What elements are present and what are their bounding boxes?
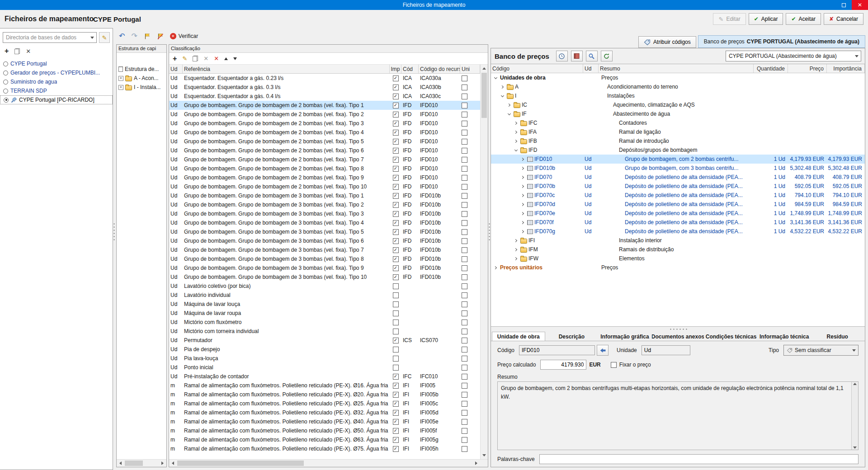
checkbox[interactable]: ✓ xyxy=(393,274,399,280)
classificacao-row[interactable]: UdEsquentador. Esquentador a gás. 0.23 l… xyxy=(169,74,480,83)
checkbox[interactable] xyxy=(462,121,467,127)
add-database-icon[interactable]: + xyxy=(5,47,9,55)
update-prices-button[interactable] xyxy=(556,51,568,61)
edit-directory-button[interactable]: ✎ xyxy=(99,32,110,43)
classificacao-row[interactable]: mRamal de alimentação com fluxómetros. P… xyxy=(169,435,480,444)
col-uni[interactable]: Uni xyxy=(460,65,480,73)
classificacao-row[interactable]: UdGrupo de bombagem. Grupo de bombagem d… xyxy=(169,236,480,245)
checkbox[interactable]: ✓ xyxy=(393,374,399,380)
expand-icon[interactable] xyxy=(519,212,526,215)
checkbox[interactable] xyxy=(462,320,467,325)
database-list-item[interactable]: CYPE Portugal xyxy=(0,59,113,68)
col-ud[interactable]: Ud xyxy=(583,64,599,73)
checkbox[interactable] xyxy=(393,310,399,316)
add-row-icon[interactable]: + xyxy=(173,55,177,62)
preco-calculado-input[interactable] xyxy=(540,360,586,370)
tab-condi-es-t-cnicas[interactable]: Condições técnicas xyxy=(704,332,758,341)
banco-row[interactable]: IFDDepósitos/grupos de bombagem xyxy=(491,146,865,155)
checkbox[interactable] xyxy=(393,301,399,307)
checkbox[interactable] xyxy=(462,112,467,118)
classificacao-row[interactable]: UdGrupo de bombagem. Grupo de bombagem d… xyxy=(169,273,480,282)
classificacao-row[interactable]: UdMictório com torneira individual xyxy=(169,327,480,336)
checkbox[interactable]: ✓ xyxy=(393,193,399,199)
banco-row[interactable]: IFD010UdGrupo de bombagem, com 2 bombas … xyxy=(491,155,865,164)
banco-row[interactable]: IFD070cUdDepósito de polietileno de alta… xyxy=(491,191,865,200)
col-resumo[interactable]: Resumo xyxy=(599,64,754,73)
checkbox[interactable]: ✓ xyxy=(393,437,399,443)
remove-flag-icon[interactable] xyxy=(157,33,164,40)
expand-icon[interactable] xyxy=(519,167,526,169)
classificacao-row[interactable]: UdGrupo de bombagem. Grupo de bombagem d… xyxy=(169,263,480,273)
expand-icon[interactable] xyxy=(506,104,512,106)
banco-row[interactable]: IFAbastecimento de água xyxy=(491,109,865,118)
checkbox[interactable] xyxy=(462,292,467,298)
banco-row[interactable]: Preços unitáriosPreços xyxy=(491,263,865,272)
col-importancia[interactable]: Importância xyxy=(827,64,865,73)
checkbox[interactable]: ✓ xyxy=(393,401,399,407)
checkbox[interactable]: ✓ xyxy=(393,428,399,434)
classificacao-row[interactable]: UdPermutador✓ICSICS070 xyxy=(169,336,480,345)
copy-database-icon[interactable] xyxy=(14,48,20,54)
expand-icon[interactable]: + xyxy=(118,85,123,90)
banco-row[interactable]: IFD010bUdGrupo de bombagem, com 3 bombas… xyxy=(491,164,865,173)
atribuir-codigos-button[interactable]: Atribuir códigos xyxy=(638,36,696,48)
checkbox[interactable] xyxy=(462,428,467,434)
col-ud[interactable]: Ud xyxy=(169,65,183,73)
col-codigo-recurso[interactable]: Código do recurso xyxy=(419,65,460,73)
checkbox[interactable] xyxy=(462,229,467,235)
aceitar-button[interactable]: ✔ Aceitar xyxy=(786,13,821,25)
move-down-icon[interactable] xyxy=(233,57,237,60)
classificacao-row[interactable]: UdMáquina de lavar louça xyxy=(169,300,480,309)
classificacao-row[interactable]: UdGrupo de bombagem. Grupo de bombagem d… xyxy=(169,200,480,209)
checkbox[interactable] xyxy=(462,410,467,416)
scroll-up-icon[interactable] xyxy=(853,383,857,385)
collapse-icon[interactable] xyxy=(506,113,512,115)
verificar-button[interactable]: ✕ Verificar xyxy=(170,33,198,39)
col-codigo[interactable]: Código xyxy=(491,64,583,73)
scrollbar-thumb[interactable] xyxy=(177,461,304,466)
estrutura-horizontal-scrollbar[interactable] xyxy=(117,459,166,467)
checkbox[interactable] xyxy=(462,85,467,90)
checkbox[interactable] xyxy=(462,220,467,226)
banco-row[interactable]: IFMRamais de distribuição xyxy=(491,245,865,254)
checkbox[interactable] xyxy=(462,130,467,136)
classificacao-row[interactable]: UdGrupo de bombagem. Grupo de bombagem d… xyxy=(169,209,480,218)
col-imp[interactable]: Imp xyxy=(390,65,401,73)
clear-code-icon[interactable]: ✕ xyxy=(214,56,219,61)
checkbox[interactable] xyxy=(462,247,467,253)
database-list-item[interactable]: TERRAIN SDP xyxy=(0,86,113,95)
scrollbar-thumb[interactable] xyxy=(125,461,143,466)
checkbox[interactable] xyxy=(462,392,467,398)
tab-descri-o[interactable]: Descrição xyxy=(545,332,599,341)
editar-button[interactable]: ✎ Editar xyxy=(713,13,745,25)
scroll-right-icon[interactable] xyxy=(159,460,166,467)
expand-icon[interactable] xyxy=(519,230,526,233)
banco-row[interactable]: IFD070UdDepósito de polietileno de alta … xyxy=(491,173,865,182)
checkbox[interactable] xyxy=(462,193,467,199)
aplicar-button[interactable]: ✔ Aplicar xyxy=(749,13,783,25)
checkbox[interactable] xyxy=(462,148,467,154)
checkbox[interactable] xyxy=(462,283,467,289)
edit-row-icon[interactable]: ✎ xyxy=(182,56,187,61)
classificacao-row[interactable]: UdLavatório coletivo (por bica) xyxy=(169,282,480,291)
resumo-scrollbar[interactable] xyxy=(851,382,858,450)
checkbox[interactable] xyxy=(462,139,467,145)
expand-icon[interactable] xyxy=(519,185,526,188)
checkbox[interactable]: ✓ xyxy=(393,75,399,81)
classificacao-row[interactable]: UdGrupo de bombagem. Grupo de bombagem d… xyxy=(169,155,480,164)
checkbox[interactable]: ✓ xyxy=(393,130,399,136)
classificacao-row[interactable]: mRamal de alimentação com fluxómetros. P… xyxy=(169,381,480,390)
expand-icon[interactable] xyxy=(519,158,526,160)
expand-icon[interactable] xyxy=(513,240,519,242)
tipo-dropdown[interactable]: Sem classificar xyxy=(783,345,859,356)
checkbox[interactable]: ✓ xyxy=(393,121,399,127)
database-list-item[interactable]: Gerador de preços - CYPEPLUMBI... xyxy=(0,68,113,77)
checkbox[interactable]: ✓ xyxy=(393,112,399,118)
estrutura-node[interactable]: +I - Instala... xyxy=(117,83,166,92)
checkbox[interactable]: ✓ xyxy=(393,256,399,262)
expand-icon[interactable] xyxy=(499,86,505,88)
classificacao-row[interactable]: UdPré-instalação de contador✓IFCIFC010 xyxy=(169,372,480,381)
classificacao-row[interactable]: UdEsquentador. Esquentador a gás. 0.3 l/… xyxy=(169,83,480,92)
classificacao-row[interactable]: mRamal de alimentação com fluxómetros. P… xyxy=(169,390,480,399)
checkbox[interactable] xyxy=(462,338,467,343)
